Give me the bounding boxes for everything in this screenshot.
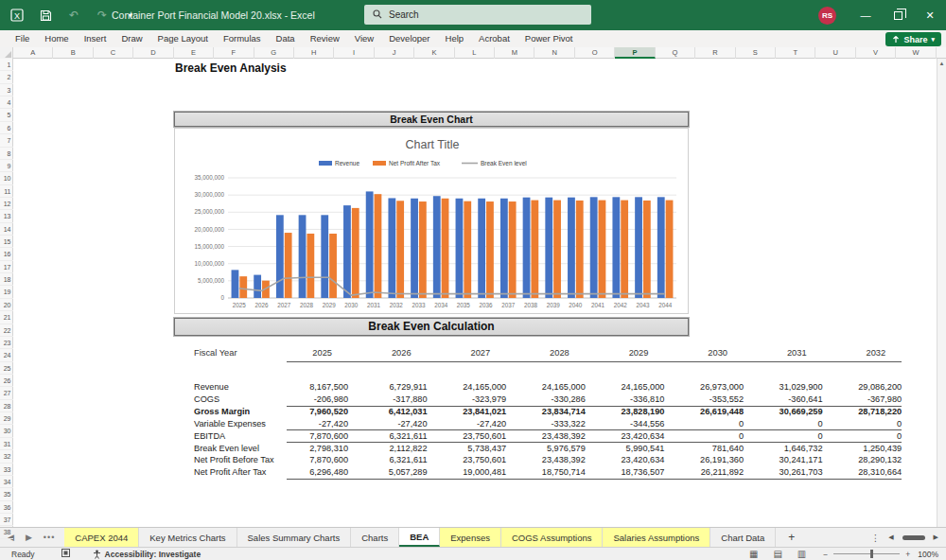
column-header-R[interactable]: R bbox=[695, 47, 735, 59]
row-header-16[interactable]: 16 bbox=[0, 248, 13, 260]
row-header-7[interactable]: 7 bbox=[0, 134, 13, 147]
column-header-L[interactable]: L bbox=[455, 47, 495, 59]
fiscal-year-label[interactable]: Fiscal Year bbox=[194, 348, 236, 358]
row-header-30[interactable]: 30 bbox=[0, 425, 13, 437]
column-header-D[interactable]: D bbox=[133, 47, 173, 59]
table-cell[interactable]: 5,738,437 bbox=[438, 443, 506, 455]
year-header-2030[interactable]: 2030 bbox=[671, 348, 727, 358]
horizontal-scrollbar-thumb[interactable] bbox=[902, 535, 925, 540]
table-cell[interactable]: 7,870,600 bbox=[280, 430, 348, 443]
row-header-27[interactable]: 27 bbox=[0, 387, 13, 399]
tab-options-kebab-icon[interactable]: ⋮ bbox=[871, 533, 881, 543]
table-cell[interactable]: 0 bbox=[675, 418, 744, 430]
column-header-Q[interactable]: Q bbox=[656, 47, 695, 59]
row-header-19[interactable]: 19 bbox=[0, 286, 13, 298]
column-header-A[interactable]: A bbox=[13, 47, 53, 59]
table-cell[interactable]: 28,718,220 bbox=[833, 406, 902, 418]
ribbon-tab-view[interactable]: View bbox=[347, 30, 381, 47]
ribbon-tab-developer[interactable]: Developer bbox=[381, 30, 437, 47]
sheet-tab-bea[interactable]: BEA bbox=[399, 528, 440, 547]
sheet-tab-salaries-assumptions[interactable]: Salaries Assumptions bbox=[603, 528, 710, 547]
table-cell[interactable]: 30,241,171 bbox=[755, 454, 823, 466]
zoom-in-icon[interactable]: + bbox=[905, 550, 910, 559]
row-label-gross-margin[interactable]: Gross Margin bbox=[194, 406, 250, 418]
page-break-preview-icon[interactable]: ▥ bbox=[797, 549, 806, 559]
table-cell[interactable]: 6,296,480 bbox=[280, 466, 348, 479]
hscroll-right-icon[interactable]: ▶ bbox=[934, 534, 938, 541]
row-label-revenue[interactable]: Revenue bbox=[194, 381, 229, 394]
table-cell[interactable]: 2,112,822 bbox=[359, 443, 428, 455]
column-header-K[interactable]: K bbox=[414, 47, 454, 59]
break-even-chart[interactable]: Chart TitleRevenueNet Profit After TaxBr… bbox=[174, 128, 689, 314]
table-cell[interactable]: 7,870,600 bbox=[280, 454, 348, 466]
row-header-15[interactable]: 15 bbox=[0, 236, 13, 248]
table-cell[interactable]: -336,810 bbox=[596, 394, 664, 406]
row-header-6[interactable]: 6 bbox=[0, 122, 13, 134]
row-header-25[interactable]: 25 bbox=[0, 362, 13, 375]
table-cell[interactable]: 0 bbox=[675, 430, 744, 443]
column-header-P[interactable]: P bbox=[615, 47, 655, 59]
zoom-out-icon[interactable]: − bbox=[823, 550, 828, 559]
column-header-M[interactable]: M bbox=[495, 47, 534, 59]
table-cell[interactable]: 23,841,021 bbox=[438, 406, 506, 418]
page-layout-view-icon[interactable]: ▤ bbox=[773, 549, 781, 559]
search-input[interactable]: Search bbox=[364, 5, 591, 25]
column-header-E[interactable]: E bbox=[174, 47, 214, 59]
table-cell[interactable]: 18,736,507 bbox=[596, 466, 664, 479]
zoom-slider[interactable] bbox=[833, 553, 900, 554]
table-cell[interactable]: 6,321,611 bbox=[359, 454, 428, 466]
row-header-36[interactable]: 36 bbox=[0, 501, 13, 514]
select-all-corner[interactable] bbox=[0, 47, 13, 59]
row-header-17[interactable]: 17 bbox=[0, 261, 13, 273]
column-header-F[interactable]: F bbox=[214, 47, 254, 59]
table-cell[interactable]: 30,261,703 bbox=[755, 466, 823, 479]
row-label-net-profit-before-tax[interactable]: Net Profit Before Tax bbox=[194, 454, 274, 466]
vertical-scrollbar[interactable]: ▲ bbox=[937, 59, 946, 527]
sheet-tab-expenses[interactable]: Expenses bbox=[440, 528, 501, 547]
table-cell[interactable]: -344,556 bbox=[596, 418, 664, 430]
sheet-tab-chart-data[interactable]: Chart Data bbox=[710, 528, 776, 547]
column-header-V[interactable]: V bbox=[856, 47, 896, 59]
column-header-W[interactable]: W bbox=[896, 47, 936, 59]
undo-icon[interactable]: ↶ bbox=[66, 8, 81, 23]
table-cell[interactable]: -353,552 bbox=[675, 394, 744, 406]
row-header-32[interactable]: 32 bbox=[0, 450, 13, 463]
table-cell[interactable]: -206,980 bbox=[280, 394, 348, 406]
row-header-5[interactable]: 5 bbox=[0, 109, 13, 121]
table-cell[interactable]: 19,000,481 bbox=[438, 466, 506, 479]
year-header-2028[interactable]: 2028 bbox=[513, 348, 569, 358]
column-header-H[interactable]: H bbox=[294, 47, 334, 59]
table-cell[interactable]: 23,834,714 bbox=[517, 406, 586, 418]
table-cell[interactable]: 23,420,634 bbox=[596, 454, 664, 466]
account-avatar[interactable]: RS bbox=[818, 7, 836, 25]
sheet-tab-sales-summary-charts[interactable]: Sales Summary Charts bbox=[237, 528, 352, 547]
accessibility-status[interactable]: Accessibility: Investigate bbox=[93, 550, 201, 559]
sheet-tab-key-metrics-charts[interactable]: Key Metrics Charts bbox=[139, 528, 236, 547]
table-cell[interactable]: 6,729,911 bbox=[359, 381, 428, 394]
macro-record-icon[interactable] bbox=[61, 549, 70, 559]
row-header-22[interactable]: 22 bbox=[0, 324, 13, 337]
table-cell[interactable]: 30,669,259 bbox=[755, 406, 823, 418]
row-label-cogs[interactable]: COGS bbox=[194, 394, 219, 406]
calc-section-header[interactable]: Break Even Calculation bbox=[174, 318, 689, 336]
table-cell[interactable]: 5,990,541 bbox=[596, 443, 664, 455]
table-cell[interactable]: 781,640 bbox=[675, 443, 744, 455]
column-header-I[interactable]: I bbox=[334, 47, 374, 59]
table-cell[interactable]: 2,798,310 bbox=[280, 443, 348, 455]
row-header-1[interactable]: 1 bbox=[0, 59, 13, 71]
scroll-up-icon[interactable]: ▲ bbox=[937, 59, 946, 68]
table-cell[interactable]: 8,167,500 bbox=[280, 381, 348, 394]
table-cell[interactable]: 6,321,611 bbox=[359, 430, 428, 443]
table-cell[interactable]: 0 bbox=[833, 418, 902, 430]
row-header-3[interactable]: 3 bbox=[0, 84, 13, 96]
zoom-level[interactable]: 100% bbox=[918, 550, 938, 559]
chart-section-header[interactable]: Break Even Chart bbox=[174, 112, 689, 127]
row-header-10[interactable]: 10 bbox=[0, 172, 13, 184]
row-header-33[interactable]: 33 bbox=[0, 464, 13, 476]
row-header-12[interactable]: 12 bbox=[0, 198, 13, 210]
ribbon-tab-formulas[interactable]: Formulas bbox=[216, 30, 269, 47]
table-cell[interactable]: 1,646,732 bbox=[755, 443, 823, 455]
table-cell[interactable]: -330,286 bbox=[517, 394, 586, 406]
ribbon-tab-page-layout[interactable]: Page Layout bbox=[150, 30, 216, 47]
row-header-23[interactable]: 23 bbox=[0, 337, 13, 349]
